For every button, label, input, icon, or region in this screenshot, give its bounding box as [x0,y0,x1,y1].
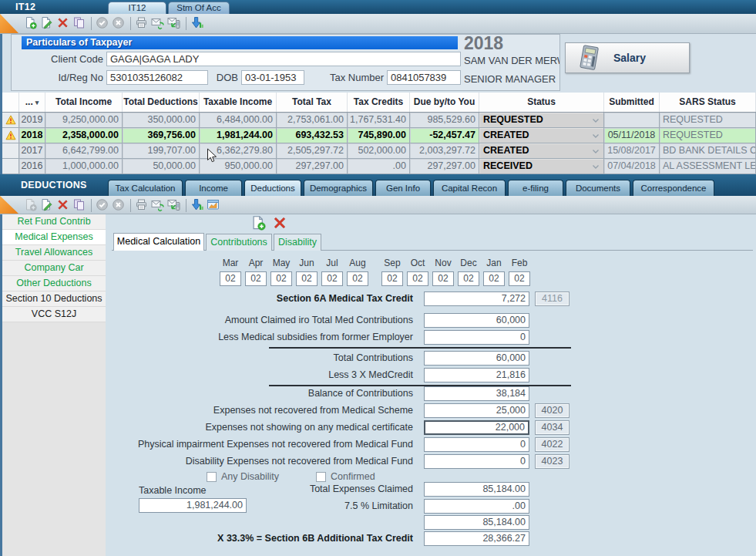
copy-record-icon[interactable] [72,198,87,213]
month-input-jan[interactable]: 02 [483,271,505,286]
due-cell[interactable]: -52,457.47 [410,128,479,143]
sidebar-item-company-car[interactable]: Company Car [2,261,106,276]
grid-header-sars-status[interactable]: SARS Status [660,93,756,112]
delete-record-icon[interactable] [56,16,71,31]
section-tab-e-filing[interactable]: e-filing [508,180,563,196]
section-tab-gen-info[interactable]: Gen Info [375,180,431,196]
dob-input[interactable]: 03-01-1953 [241,70,304,85]
delete-record-icon[interactable] [56,198,71,213]
field-input[interactable]: 0 [424,330,529,345]
email-receive-icon[interactable] [167,198,182,213]
submitted-cell[interactable] [604,113,660,128]
month-input-feb[interactable]: 02 [509,271,530,286]
deductions-cell[interactable]: 369,756.00 [123,128,200,143]
salary-button[interactable]: Salary [565,42,690,73]
sidebar-item-vcc-s12j[interactable]: VCC S12J [2,307,106,322]
section6b-input[interactable]: 28,366.27 [424,531,529,546]
due-cell[interactable]: 2,003,297.72 [410,143,479,159]
grid-header-due-by-to-you[interactable]: Due by/to You [410,93,479,112]
month-input-jun[interactable]: 02 [296,271,318,286]
credits-cell[interactable]: 502,000.00 [348,143,410,159]
grid-header-total-tax[interactable]: Total Tax [277,93,348,112]
add-record-icon[interactable] [250,215,266,231]
submitted-cell[interactable]: 05/11/2018 [604,128,660,143]
due-cell[interactable]: 297,297.00 [410,159,479,174]
export-icon[interactable] [190,16,205,31]
reject-icon[interactable] [112,198,126,213]
year-cell[interactable]: 2019 [19,113,45,128]
grid-header-tax-credits[interactable]: Tax Credits [348,93,410,112]
sars-status-cell[interactable]: AL ASSESSMENT LET [660,159,756,174]
income-cell[interactable]: 9,250,000.00 [45,113,123,128]
year-cell[interactable]: 2016 [19,159,45,174]
month-input-dec[interactable]: 02 [458,271,479,286]
status-dropdown[interactable]: CREATED [479,128,604,143]
section-tab-correspondence[interactable]: Correspondence [633,180,714,196]
export-icon[interactable] [190,198,205,213]
tax-cell[interactable]: 297,297.00 [277,159,348,174]
due-cell[interactable]: 985,529.60 [410,113,479,128]
top-tab-it12[interactable]: IT12 [108,2,166,14]
approve-icon[interactable] [96,16,110,31]
section-tab-deductions[interactable]: Deductions [244,180,301,196]
any-disability-checkbox[interactable] [207,472,217,482]
grid-header--[interactable]: ...▾ [19,93,45,112]
grid-row-2016[interactable]: 20161,000,000.0050,000.00950,000.00297,2… [2,159,756,174]
report-view-icon[interactable] [207,198,221,213]
tax-number-input[interactable]: 0841057839 [387,70,461,85]
grid-header-status[interactable]: Status [479,93,604,112]
sars-status-cell[interactable]: REQUESTED [660,128,756,143]
sars-status-cell[interactable]: BD BANK DETAILS CH [660,143,756,159]
grid-row-2017[interactable]: 20176,642,799.00199,707.006,362,279.802,… [2,143,756,159]
sidebar-item-travel-allowances[interactable]: Travel Allowances [2,245,106,261]
section-tab-documents[interactable]: Documents [566,180,630,196]
deductions-cell[interactable]: 50,000.00 [123,159,200,174]
month-input-nov[interactable]: 02 [432,271,454,286]
income-cell[interactable]: 6,642,799.00 [45,143,123,159]
grid-header-total-deductions[interactable]: Total Deductions [123,93,200,112]
sidebar-item-ret-fund-contrib[interactable]: Ret Fund Contrib [2,214,106,230]
print-icon[interactable] [135,198,150,213]
grid-row-2019[interactable]: 20199,250,000.00350,000.006,484,000.002,… [2,113,756,128]
taxable-cell[interactable]: 6,484,000.00 [200,113,277,128]
field-input[interactable]: 60,000 [424,313,529,328]
tax-cell[interactable]: 2,505,297.72 [277,143,348,159]
field-input[interactable]: 21,816 [424,368,529,382]
total-expenses-input[interactable]: 85,184.00 [424,482,529,497]
grid-row-2018[interactable]: 20182,358,000.00369,756.001,981,244.0069… [2,128,756,143]
tab-disability[interactable]: Disability [274,234,321,251]
new-record-icon[interactable] [24,16,39,31]
section-tab-capital-recon[interactable]: Capital Recon [433,180,506,196]
month-input-may[interactable]: 02 [270,271,292,286]
tab-medical-calculation[interactable]: Medical Calculation [113,233,204,251]
credits-cell[interactable]: 745,890.00 [348,128,410,143]
section-tab-income[interactable]: Income [185,180,242,196]
reject-icon[interactable] [112,16,126,31]
field-input[interactable]: 60,000 [424,351,529,366]
sars-status-cell[interactable]: REQUESTED [660,113,756,128]
sidebar-item-medical-expenses[interactable]: Medical Expenses [2,230,106,245]
deductions-cell[interactable]: 199,707.00 [123,143,200,159]
year-cell[interactable]: 2017 [19,143,45,159]
status-dropdown[interactable]: RECEIVED [479,159,604,174]
taxable-cell[interactable]: 1,981,244.00 [200,128,277,143]
field-input[interactable]: 0 [424,454,529,469]
section-tab-tax-calculation[interactable]: Tax Calculation [108,180,183,196]
submitted-cell[interactable]: 07/04/2018 [604,159,660,174]
sidebar-item-section-10-deductions[interactable]: Section 10 Deductions [2,291,106,307]
edit-record-icon[interactable] [40,198,55,213]
id-reg-input[interactable]: 5301035126082 [106,70,208,85]
taxable-cell[interactable]: 6,362,279.80 [200,143,277,159]
copy-record-icon[interactable] [72,16,87,31]
credits-cell[interactable]: .00 [348,159,410,174]
sidebar-item-other-deductions[interactable]: Other Deductions [2,276,106,291]
edit-record-icon[interactable] [40,16,55,31]
month-input-mar[interactable]: 02 [220,271,241,286]
month-input-oct[interactable]: 02 [407,271,428,286]
email-receive-icon[interactable] [167,16,182,31]
month-input-apr[interactable]: 02 [245,271,267,286]
field-input[interactable]: 22,000 [424,420,529,435]
email-sync-icon[interactable] [151,16,166,31]
status-dropdown[interactable]: REQUESTED [479,113,604,128]
credits-cell[interactable]: 1,767,531.40 [348,113,410,128]
